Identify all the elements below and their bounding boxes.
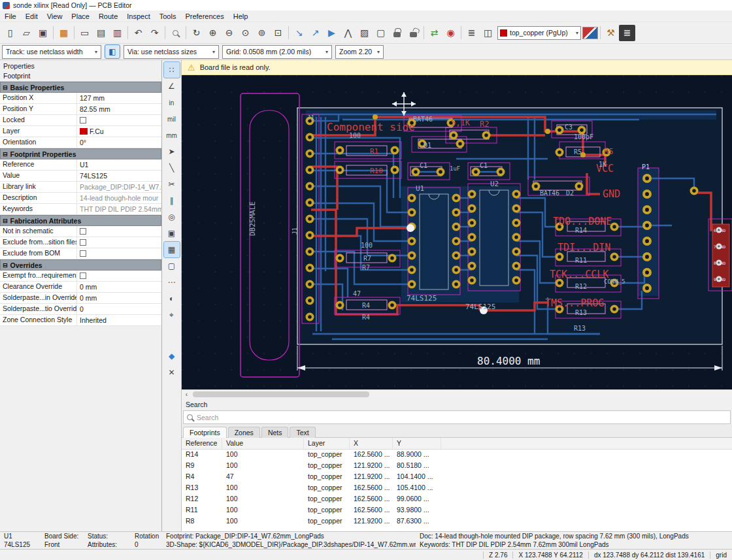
pcb-text[interactable]: 80.4000 mm <box>477 355 540 367</box>
pcb-text[interactable]: 74LS125 <box>465 303 495 311</box>
pcb-text[interactable]: 1uF <box>450 165 460 172</box>
menu-view[interactable]: View <box>42 12 67 21</box>
menu-tools[interactable]: Tools <box>155 12 181 21</box>
checkbox[interactable] <box>80 272 86 279</box>
grid-select[interactable]: Grid: 0.0508 mm (2.00 mils) ▾ <box>222 45 332 59</box>
tab-zones[interactable]: Zones <box>228 427 260 438</box>
table-row[interactable]: R9100top_copper121.9200 ...80.5180 ... <box>182 461 732 472</box>
table-row[interactable]: R11100top_copper162.5600 ...93.9800 ... <box>182 505 732 516</box>
property-value[interactable]: Package_DIP:DIP-14_W7.62 <box>77 182 161 192</box>
print-icon[interactable]: ▤ <box>93 25 109 41</box>
zoom-selection-icon[interactable]: ⊡ <box>270 25 286 41</box>
selection-area-icon[interactable]: ▢ <box>373 25 389 41</box>
table-row[interactable]: R12100top_copper162.5600 ...99.0600 ... <box>182 494 732 505</box>
pcb-text[interactable]: J1 <box>291 227 298 235</box>
property-value[interactable]: U1 <box>77 159 161 170</box>
section-header-footprint-properties[interactable]: ⊟Footprint Properties <box>0 148 161 159</box>
pcb-text[interactable]: 9 GND <box>714 277 725 282</box>
pcb-text[interactable]: 7 GND <box>714 244 725 249</box>
redo-icon[interactable]: ↷ <box>146 25 163 41</box>
property-value[interactable]: 82.55 mm <box>77 104 161 114</box>
refresh-icon[interactable]: ↻ <box>188 25 205 41</box>
checkbox[interactable] <box>80 239 86 246</box>
section-header-basic-properties[interactable]: ⊟Basic Properties <box>0 82 161 93</box>
scroll-left-button[interactable]: ‹ <box>182 391 191 398</box>
zoom-objects-icon[interactable]: ⊚ <box>254 25 270 41</box>
track-corner-mode-button[interactable]: ◧ <box>105 44 120 59</box>
pcb-text[interactable]: R14 <box>575 227 587 234</box>
property-value[interactable] <box>77 237 161 248</box>
zone-display-filled-icon[interactable]: ▦ <box>164 242 180 257</box>
polar-coords-icon[interactable]: ∠ <box>164 78 180 94</box>
via-size-select[interactable]: Via: use netclass sizes ▾ <box>124 45 219 59</box>
search-input[interactable] <box>197 414 727 421</box>
property-value[interactable]: 0 mm <box>77 282 161 292</box>
column-header-y[interactable]: Y <box>393 438 441 449</box>
pcb-text[interactable]: 47 <box>353 290 361 297</box>
highlighted-pad[interactable] <box>407 224 414 232</box>
export-changes-icon[interactable]: ↗ <box>307 25 324 41</box>
via[interactable] <box>373 114 378 120</box>
cursor-shape-icon[interactable]: ➤ <box>164 144 180 159</box>
property-value[interactable] <box>77 115 161 125</box>
table-row[interactable]: R14100top_copper162.5600 ...88.9000 ... <box>182 450 732 461</box>
layer-pair-swatch[interactable] <box>582 27 598 39</box>
property-value[interactable]: 0 mm <box>77 293 161 303</box>
pcb-text[interactable]: R5 <box>604 147 613 156</box>
pcb-text[interactable]: R4 <box>362 302 370 309</box>
menu-route[interactable]: Route <box>94 12 122 21</box>
table-row[interactable]: R8100top_copper121.9200 ...87.6300 ... <box>182 516 732 527</box>
units-mm-icon[interactable]: mm <box>164 127 180 143</box>
pad-numbers-icon[interactable]: ⋯ <box>164 274 180 290</box>
new-board-icon[interactable]: ▯ <box>2 25 18 41</box>
property-value[interactable]: 14-lead though-hole mour <box>77 193 161 203</box>
checkbox[interactable] <box>80 228 86 235</box>
property-value[interactable]: 0° <box>77 137 161 148</box>
pcb-text[interactable]: R4 <box>362 314 370 321</box>
find-icon[interactable] <box>167 25 184 41</box>
zone-display-icon[interactable]: ▨ <box>356 25 373 41</box>
pcb-text[interactable]: P1 <box>642 163 650 171</box>
pcb-text[interactable]: C3 <box>565 124 573 131</box>
pcb-text[interactable]: 1K <box>599 161 607 168</box>
menu-place[interactable]: Place <box>67 12 94 21</box>
column-header-layer[interactable]: Layer <box>304 438 350 449</box>
pcb-text[interactable]: 100 <box>361 242 373 249</box>
tab-text[interactable]: Text <box>290 427 315 438</box>
property-value[interactable]: THT DIP DIL PDIP 2.54mm <box>77 204 161 214</box>
tab-nets[interactable]: Nets <box>261 427 289 438</box>
pcb-text[interactable]: R13 <box>575 309 587 316</box>
menu-help[interactable]: Help <box>229 12 253 21</box>
zoom-select[interactable]: Zoom 2.20 ▾ <box>335 45 384 59</box>
menu-edit[interactable]: Edit <box>21 12 42 21</box>
property-value[interactable] <box>77 226 161 237</box>
zone-display-outline-icon[interactable]: ▢ <box>164 258 180 274</box>
pcb-text[interactable]: TMS...PROG <box>545 297 604 309</box>
pcb-text[interactable]: DB25MALE <box>248 201 257 236</box>
page-settings-icon[interactable]: ▭ <box>76 25 93 41</box>
pcb-text[interactable]: U1 <box>416 184 424 193</box>
menu-inspect[interactable]: Inspect <box>122 12 154 21</box>
tools-icon[interactable]: ✕ <box>164 365 180 380</box>
property-value[interactable]: 74LS125 <box>77 171 161 181</box>
scrollbar-thumb[interactable] <box>193 391 369 397</box>
lock-icon[interactable] <box>389 25 405 41</box>
ratsnest-icon[interactable]: ╲ <box>164 160 180 176</box>
unlock-icon[interactable] <box>405 25 422 41</box>
pcb-text[interactable]: C1 <box>420 162 427 169</box>
pcb-canvas[interactable]: Component side5,1KR2R1R10R5VCCGNDTDO...D… <box>182 75 732 389</box>
pcb-text[interactable]: BAT46 <box>413 116 433 123</box>
pcb-text[interactable]: R10 <box>370 167 383 175</box>
pcb-text[interactable]: TDO...DONE <box>553 216 612 227</box>
pcb-text[interactable]: Component side <box>327 121 415 133</box>
layer-selector[interactable]: top_copper (PgUp)▾ <box>497 26 581 40</box>
pcb-text[interactable]: R13 <box>574 325 586 332</box>
pcb-text[interactable]: 74LS125 <box>407 294 437 303</box>
property-value[interactable]: Inherited <box>77 315 161 325</box>
board-setup-icon[interactable]: ▦ <box>56 25 72 41</box>
pcb-text[interactable]: R11 <box>575 257 587 264</box>
menu-preferences[interactable]: Preferences <box>180 12 228 21</box>
section-header-overrides[interactable]: ⊟Overrides <box>0 259 161 271</box>
pcb-text[interactable]: 5,1K <box>451 118 471 127</box>
pcb-text[interactable]: 100 <box>349 132 361 139</box>
